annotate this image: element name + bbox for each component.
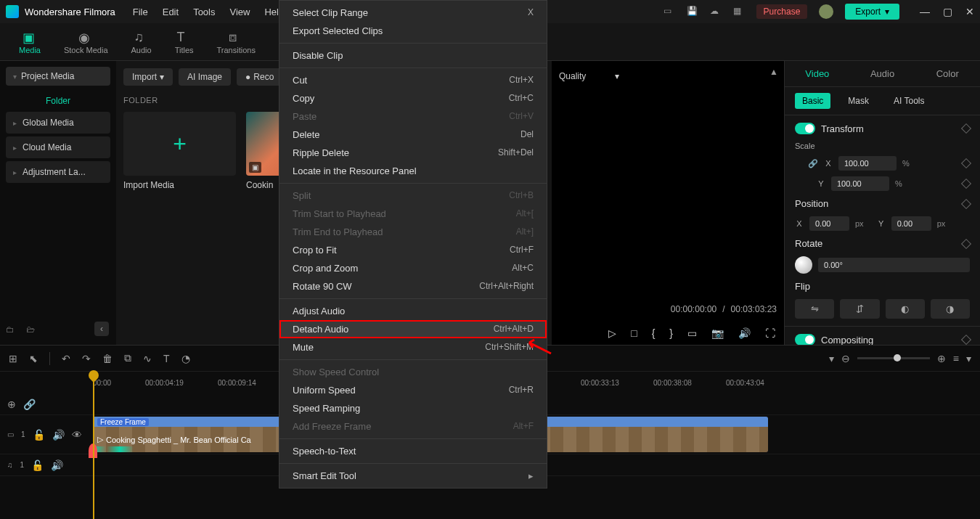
- ctx-item-crop-and-zoom[interactable]: Crop and ZoomAlt+C: [279, 259, 547, 277]
- compositing-toggle[interactable]: [795, 334, 815, 345]
- folder-tab[interactable]: Folder: [6, 90, 110, 112]
- subtab-mask[interactable]: Mask: [841, 93, 876, 109]
- flip-h-button[interactable]: ⇋: [795, 299, 834, 319]
- tl-delete-icon[interactable]: 🗑: [102, 353, 113, 364]
- ctx-item-speed-ramping[interactable]: Speed Ramping: [279, 399, 547, 417]
- tl-speed-icon[interactable]: ◔: [181, 353, 190, 364]
- zoom-in-icon[interactable]: ⊕: [937, 353, 946, 364]
- purchase-button[interactable]: Purchase: [756, 4, 808, 19]
- ctx-item-speech-to-text[interactable]: Speech-to-Text: [279, 442, 547, 460]
- export-button[interactable]: Export▾: [845, 4, 899, 20]
- zoom-slider[interactable]: [857, 357, 930, 359]
- play-icon[interactable]: ▷: [608, 327, 616, 339]
- tab-transitions[interactable]: ⧈ Transitions: [205, 30, 267, 54]
- menu-file[interactable]: File: [133, 7, 148, 17]
- menu-tools[interactable]: Tools: [193, 7, 215, 17]
- fullscreen-icon[interactable]: ⛶: [765, 327, 775, 339]
- close-icon[interactable]: ✕: [965, 6, 974, 17]
- props-tab-color[interactable]: Color: [915, 61, 980, 86]
- tl-list-icon[interactable]: ≡: [953, 353, 959, 364]
- menu-view[interactable]: View: [229, 7, 250, 17]
- link-xy-icon[interactable]: 🔗: [808, 159, 818, 168]
- track-mute-icon[interactable]: 🔊: [52, 429, 65, 441]
- track-lock-icon[interactable]: 🔓: [33, 429, 45, 441]
- record-button[interactable]: ● Reco: [237, 68, 282, 86]
- menu-edit[interactable]: Edit: [163, 7, 179, 17]
- ctx-item-locate-in-the-resource-panel[interactable]: Locate in the Resource Panel: [279, 162, 547, 180]
- snapshot-icon[interactable]: ▲: [769, 67, 778, 77]
- pos-y-input[interactable]: [891, 216, 931, 231]
- ctx-item-ripple-delete[interactable]: Ripple DeleteShift+Del: [279, 144, 547, 162]
- scale-x-keyframe-icon[interactable]: [961, 158, 971, 168]
- ctx-item-export-selected-clips[interactable]: Export Selected Clips: [279, 22, 547, 40]
- minimize-icon[interactable]: —: [920, 6, 930, 17]
- ctx-item-copy[interactable]: CopyCtrl+C: [279, 89, 547, 107]
- ctx-item-crop-to-fit[interactable]: Crop to FitCtrl+F: [279, 241, 547, 259]
- rotate-knob[interactable]: [795, 256, 812, 274]
- project-media-dropdown[interactable]: ▾ Project Media: [6, 67, 110, 86]
- maximize-icon[interactable]: ▢: [943, 6, 952, 17]
- import-media-tile[interactable]: + Import Media: [123, 112, 236, 190]
- collapse-sidebar-icon[interactable]: ‹: [94, 322, 109, 336]
- tl-text-icon[interactable]: T: [163, 353, 170, 364]
- user-avatar[interactable]: [819, 4, 833, 19]
- ctx-item-uniform-speed[interactable]: Uniform SpeedCtrl+R: [279, 381, 547, 399]
- pos-x-input[interactable]: [809, 216, 849, 231]
- subtab-aitools[interactable]: AI Tools: [886, 93, 931, 109]
- preview-screen-icon[interactable]: ▭: [687, 327, 697, 339]
- scale-y-keyframe-icon[interactable]: [961, 179, 971, 189]
- tl-marker-icon[interactable]: ▾: [829, 353, 834, 364]
- quality-dropdown[interactable]: Quality▾: [552, 67, 626, 86]
- tab-audio[interactable]: ♫ Audio: [120, 30, 163, 54]
- ctx-item-cut[interactable]: CutCtrl+X: [279, 71, 547, 89]
- compositing-keyframe-icon[interactable]: [961, 335, 971, 345]
- track-visibility-icon[interactable]: 👁: [72, 429, 82, 441]
- scale-y-input[interactable]: [831, 176, 889, 191]
- props-tab-video[interactable]: Video: [785, 61, 850, 86]
- ctx-item-smart-edit-tool[interactable]: Smart Edit Tool▸: [279, 467, 547, 485]
- flip-4-button[interactable]: ◑: [931, 299, 970, 319]
- tab-titles[interactable]: T Titles: [163, 30, 205, 54]
- ctx-item-select-clip-range[interactable]: Select Clip RangeX: [279, 4, 547, 22]
- tab-media[interactable]: ▣ Media: [7, 30, 52, 54]
- save-icon[interactable]: 💾: [687, 6, 698, 17]
- ctx-item-mute[interactable]: MuteCtrl+Shift+M: [279, 338, 547, 356]
- subtab-basic[interactable]: Basic: [795, 93, 830, 109]
- audio-track-mute-icon[interactable]: 🔊: [51, 459, 63, 471]
- tl-crop-icon[interactable]: ⧉: [124, 352, 131, 364]
- camera-icon[interactable]: 📷: [711, 327, 724, 339]
- scale-x-input[interactable]: [838, 156, 897, 171]
- import-button[interactable]: Import ▾: [123, 68, 173, 86]
- playhead[interactable]: [93, 372, 94, 519]
- mark-out-icon[interactable]: }: [669, 327, 673, 339]
- track-link-icon[interactable]: 🔗: [23, 399, 36, 410]
- ctx-item-adjust-audio[interactable]: Adjust Audio: [279, 302, 547, 320]
- transform-keyframe-icon[interactable]: [961, 123, 971, 134]
- flip-3-button[interactable]: ◐: [886, 299, 925, 319]
- cloud-icon[interactable]: ☁: [710, 6, 722, 17]
- tab-stock-media[interactable]: ◉ Stock Media: [52, 30, 120, 54]
- add-folder-icon[interactable]: 🗀: [6, 324, 19, 338]
- display-icon[interactable]: ▭: [663, 6, 675, 17]
- grid-icon[interactable]: ▦: [733, 6, 745, 17]
- tl-redo-icon[interactable]: ↷: [82, 353, 91, 364]
- audio-track-lock-icon[interactable]: 🔓: [31, 459, 44, 471]
- flip-v-button[interactable]: ⇵: [840, 299, 879, 319]
- tl-undo-icon[interactable]: ↶: [62, 353, 70, 364]
- stop-icon[interactable]: □: [631, 327, 637, 339]
- zoom-out-icon[interactable]: ⊖: [841, 353, 850, 364]
- ctx-item-detach-audio[interactable]: Detach AudioCtrl+Alt+D: [279, 320, 547, 338]
- props-tab-audio[interactable]: Audio: [850, 61, 915, 86]
- ctx-item-delete[interactable]: DeleteDel: [279, 126, 547, 144]
- tl-select-icon[interactable]: ⬉: [29, 353, 38, 364]
- position-keyframe-icon[interactable]: [961, 198, 971, 208]
- rotate-input[interactable]: [818, 258, 970, 272]
- sidebar-item-cloud[interactable]: ▸Cloud Media: [6, 136, 110, 158]
- ctx-item-rotate-cw[interactable]: Rotate 90 CWCtrl+Alt+Right: [279, 277, 547, 295]
- transform-toggle[interactable]: [795, 123, 815, 134]
- new-folder-icon[interactable]: 🗁: [26, 324, 39, 338]
- ai-image-button[interactable]: AI Image: [179, 68, 231, 86]
- sidebar-item-global[interactable]: ▸Global Media: [6, 112, 110, 134]
- volume-icon[interactable]: 🔊: [738, 327, 751, 339]
- mark-in-icon[interactable]: {: [652, 327, 656, 339]
